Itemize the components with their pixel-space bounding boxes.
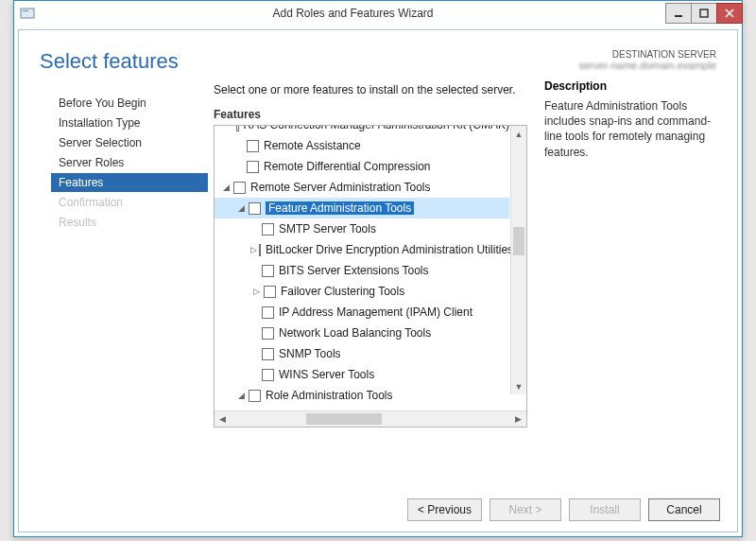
tree-label: Remote Server Administration Tools <box>250 181 431 194</box>
tree-row[interactable]: SNMP Tools <box>215 343 509 364</box>
tree-label: SNMP Tools <box>279 347 341 360</box>
nav-item-selection[interactable]: Server Selection <box>51 133 208 152</box>
tree-label: RAS Connection Manager Administration Ki… <box>244 126 509 131</box>
svg-rect-2 <box>675 15 682 17</box>
checkbox[interactable] <box>259 244 261 256</box>
page-title: Select features <box>40 49 578 74</box>
close-button[interactable] <box>716 3 743 24</box>
svg-rect-1 <box>23 10 28 11</box>
checkbox[interactable] <box>247 161 259 173</box>
tree-row[interactable]: WINS Server Tools <box>215 364 509 385</box>
intro-text: Select one or more features to install o… <box>214 83 527 96</box>
checkbox[interactable] <box>264 286 276 298</box>
checkbox[interactable] <box>262 223 274 236</box>
tree-row[interactable]: ◢Remote Server Administration Tools <box>215 177 509 198</box>
scroll-track[interactable] <box>511 142 526 378</box>
svg-rect-0 <box>21 9 34 18</box>
window-title: Add Roles and Features Wizard <box>41 7 665 20</box>
tree-label: Failover Clustering Tools <box>281 285 404 298</box>
tree-label: Network Load Balancing Tools <box>279 326 431 340</box>
tree-label: SMTP Server Tools <box>279 222 376 236</box>
tree-row[interactable]: Network Load Balancing Tools <box>215 323 509 343</box>
tree-row[interactable]: ▷Failover Clustering Tools <box>215 281 509 302</box>
checkbox[interactable] <box>262 306 274 319</box>
features-column: Select one or more features to install o… <box>214 79 527 488</box>
nav-item-confirmation: Confirmation <box>51 193 208 212</box>
features-label: Features <box>214 108 527 121</box>
tree-row[interactable]: Remote Differential Compression <box>215 156 509 177</box>
destination-label: DESTINATION SERVER <box>578 49 716 60</box>
tree-row[interactable]: ◢Role Administration Tools <box>215 385 509 406</box>
tree-label: IP Address Management (IPAM) Client <box>279 305 472 319</box>
app-icon <box>20 6 35 21</box>
minimize-button[interactable] <box>665 3 692 24</box>
tree-row[interactable]: RAS Connection Manager Administration Ki… <box>215 126 509 135</box>
destination-block: DESTINATION SERVER server-name.domain.ex… <box>578 49 716 74</box>
horizontal-scrollbar[interactable]: ◀ ▶ <box>215 410 526 427</box>
tree-label: Role Administration Tools <box>266 389 393 402</box>
scroll-right-icon[interactable]: ▶ <box>510 411 526 427</box>
tree-row[interactable]: ◢Feature Administration Tools <box>215 198 509 218</box>
tree-label: AD DS and AD LDS Tools <box>281 410 410 410</box>
scroll-left-icon[interactable]: ◀ <box>215 411 231 427</box>
checkbox[interactable] <box>262 369 274 381</box>
tree-label: WINS Server Tools <box>279 368 374 381</box>
titlebar: Add Roles and Features Wizard <box>14 1 742 26</box>
checkbox[interactable] <box>247 140 259 152</box>
svg-rect-3 <box>700 9 708 17</box>
nav-steps: Before You BeginInstallation TypeServer … <box>19 79 208 488</box>
body-row: Before You BeginInstallation TypeServer … <box>19 79 737 488</box>
checkbox[interactable] <box>262 348 274 360</box>
maximize-button[interactable] <box>691 3 717 24</box>
main-area: Select one or more features to install o… <box>208 79 737 488</box>
checkbox[interactable] <box>262 265 274 277</box>
tree-label: BITS Server Extensions Tools <box>279 264 429 277</box>
tree-label: BitLocker Drive Encryption Administratio… <box>266 243 513 256</box>
vertical-scrollbar[interactable]: ▲ ▼ <box>510 126 526 394</box>
destination-server: server-name.domain.example <box>578 60 716 71</box>
tree-row[interactable]: SMTP Server Tools <box>215 218 509 239</box>
collapse-icon[interactable]: ◢ <box>235 203 247 213</box>
next-button[interactable]: Next > <box>490 498 561 521</box>
expand-icon[interactable]: ▷ <box>250 287 262 296</box>
scroll-up-icon[interactable]: ▲ <box>511 126 526 142</box>
tree-row[interactable]: Remote Assistance <box>215 135 509 156</box>
tree-row[interactable]: ▷AD DS and AD LDS Tools <box>215 406 509 410</box>
collapse-icon[interactable]: ◢ <box>235 391 247 400</box>
description-column: Description Feature Administration Tools… <box>527 79 716 488</box>
install-button[interactable]: Install <box>569 498 641 521</box>
checkbox[interactable] <box>264 410 276 411</box>
previous-button[interactable]: < Previous <box>407 498 482 521</box>
tree-row[interactable]: ▷BitLocker Drive Encryption Administrati… <box>215 239 509 260</box>
checkbox[interactable] <box>233 182 246 194</box>
checkbox[interactable] <box>249 390 261 402</box>
description-text: Feature Administration Tools includes sn… <box>544 98 716 160</box>
nav-item-type[interactable]: Installation Type <box>51 113 208 132</box>
description-title: Description <box>544 79 716 93</box>
wizard-window: Add Roles and Features Wizard Select fea… <box>13 0 743 537</box>
scroll-down-icon[interactable]: ▼ <box>511 378 526 394</box>
tree-row[interactable]: IP Address Management (IPAM) Client <box>215 302 509 323</box>
wizard-footer: < Previous Next > Install Cancel <box>19 488 737 532</box>
checkbox[interactable] <box>262 327 274 340</box>
checkbox[interactable] <box>249 202 261 215</box>
tree-row[interactable]: BITS Server Extensions Tools <box>215 260 509 281</box>
hscroll-thumb[interactable] <box>306 413 382 425</box>
nav-item-roles[interactable]: Server Roles <box>51 153 208 172</box>
expand-icon[interactable]: ▷ <box>250 245 257 254</box>
window-buttons <box>665 4 742 24</box>
cancel-button[interactable]: Cancel <box>648 498 720 521</box>
header-row: Select features DESTINATION SERVER serve… <box>19 30 737 79</box>
hscroll-track[interactable] <box>231 411 510 427</box>
collapse-icon[interactable]: ◢ <box>220 183 232 192</box>
checkbox[interactable] <box>236 126 239 131</box>
features-tree: RAS Connection Manager Administration Ki… <box>214 125 527 428</box>
tree-label: Remote Assistance <box>264 139 361 152</box>
nav-item-before[interactable]: Before You Begin <box>51 94 208 113</box>
scroll-thumb[interactable] <box>513 227 524 255</box>
tree-viewport: RAS Connection Manager Administration Ki… <box>215 126 526 410</box>
nav-item-features[interactable]: Features <box>51 173 208 192</box>
nav-item-results: Results <box>51 213 208 232</box>
content-panel: Select features DESTINATION SERVER serve… <box>18 29 738 532</box>
tree-label: Feature Administration Tools <box>266 201 414 215</box>
